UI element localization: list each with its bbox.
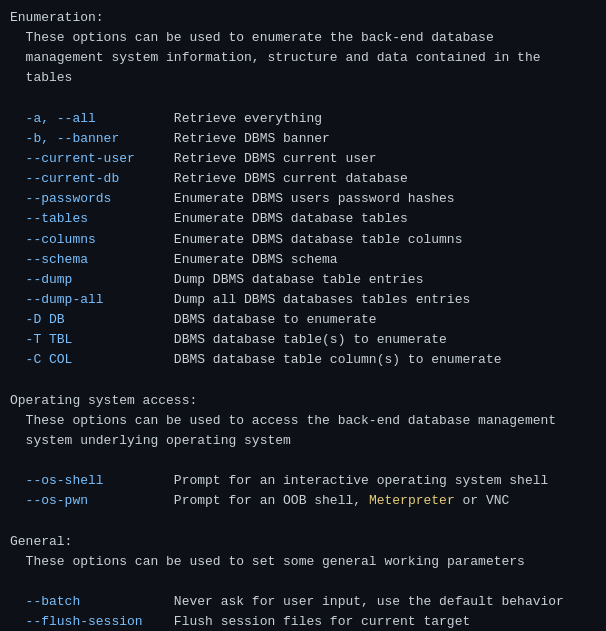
flag-tables: --tables bbox=[10, 211, 174, 226]
desc-current-db: Retrieve DBMS current database bbox=[174, 171, 408, 186]
flag-os-shell: --os-shell bbox=[10, 473, 174, 488]
desc-os-shell: Prompt for an interactive operating syst… bbox=[174, 473, 548, 488]
desc-batch: Never ask for user input, use the defaul… bbox=[174, 594, 564, 609]
spacer-5 bbox=[10, 572, 596, 592]
flag-schema-line: --schema Enumerate DBMS schema bbox=[10, 250, 596, 270]
desc-D: DBMS database to enumerate bbox=[174, 312, 377, 327]
flag-T-line: -T TBL DBMS database table(s) to enumera… bbox=[10, 330, 596, 350]
flag-current-db: --current-db bbox=[10, 171, 174, 186]
flag-os-pwn: --os-pwn bbox=[10, 493, 174, 508]
os-header: Operating system access: bbox=[10, 391, 596, 411]
flag-dump-all-line: --dump-all Dump all DBMS databases table… bbox=[10, 290, 596, 310]
enumeration-header: Enumeration: bbox=[10, 8, 596, 28]
flag-C-line: -C COL DBMS database table column(s) to … bbox=[10, 350, 596, 370]
flag-current-db-line: --current-db Retrieve DBMS current datab… bbox=[10, 169, 596, 189]
os-desc: These options can be used to access the … bbox=[10, 411, 596, 451]
flag-passwords-line: --passwords Enumerate DBMS users passwor… bbox=[10, 189, 596, 209]
flag-dump: --dump bbox=[10, 272, 174, 287]
flag-tables-line: --tables Enumerate DBMS database tables bbox=[10, 209, 596, 229]
desc-b: Retrieve DBMS banner bbox=[174, 131, 330, 146]
desc-flush-session: Flush session files for current target bbox=[174, 614, 470, 629]
desc-columns: Enumerate DBMS database table columns bbox=[174, 232, 463, 247]
flag-batch-line: --batch Never ask for user input, use th… bbox=[10, 592, 596, 612]
flag-dump-line: --dump Dump DBMS database table entries bbox=[10, 270, 596, 290]
desc-dump: Dump DBMS database table entries bbox=[174, 272, 424, 287]
enumeration-desc: These options can be used to enumerate t… bbox=[10, 28, 596, 88]
flag-batch: --batch bbox=[10, 594, 174, 609]
desc-T: DBMS database table(s) to enumerate bbox=[174, 332, 447, 347]
spacer-3 bbox=[10, 451, 596, 471]
desc-C: DBMS database table column(s) to enumera… bbox=[174, 352, 502, 367]
flag-D: -D DB bbox=[10, 312, 174, 327]
spacer-4 bbox=[10, 512, 596, 532]
flag-D-line: -D DB DBMS database to enumerate bbox=[10, 310, 596, 330]
flag-b: -b, --banner bbox=[10, 131, 174, 146]
flag-current-user: --current-user bbox=[10, 151, 174, 166]
desc-os-pwn: Prompt for an OOB shell, bbox=[174, 493, 369, 508]
spacer-2 bbox=[10, 371, 596, 391]
desc-tables: Enumerate DBMS database tables bbox=[174, 211, 408, 226]
spacer-1 bbox=[10, 89, 596, 109]
flag-T: -T TBL bbox=[10, 332, 174, 347]
flag-os-pwn-line: --os-pwn Prompt for an OOB shell, Meterp… bbox=[10, 491, 596, 511]
flag-passwords: --passwords bbox=[10, 191, 174, 206]
general-desc: These options can be used to set some ge… bbox=[10, 552, 596, 572]
flag-columns-line: --columns Enumerate DBMS database table … bbox=[10, 230, 596, 250]
flag-flush-session-line: --flush-session Flush session files for … bbox=[10, 612, 596, 631]
desc-os-pwn-2: or VNC bbox=[455, 493, 510, 508]
flag-a-line: -a, --all Retrieve everything bbox=[10, 109, 596, 129]
desc-passwords: Enumerate DBMS users password hashes bbox=[174, 191, 455, 206]
desc-dump-all: Dump all DBMS databases tables entries bbox=[174, 292, 470, 307]
flag-current-user-line: --current-user Retrieve DBMS current use… bbox=[10, 149, 596, 169]
flag-a: -a, --all bbox=[10, 111, 174, 126]
flag-dump-all: --dump-all bbox=[10, 292, 174, 307]
flag-flush-session: --flush-session bbox=[10, 614, 174, 629]
terminal-window: Enumeration: These options can be used t… bbox=[10, 8, 596, 631]
desc-current-user: Retrieve DBMS current user bbox=[174, 151, 377, 166]
flag-schema: --schema bbox=[10, 252, 174, 267]
meterpreter-text: Meterpreter bbox=[369, 493, 455, 508]
desc-schema: Enumerate DBMS schema bbox=[174, 252, 338, 267]
desc-a: Retrieve everything bbox=[174, 111, 322, 126]
general-header: General: bbox=[10, 532, 596, 552]
flag-os-shell-line: --os-shell Prompt for an interactive ope… bbox=[10, 471, 596, 491]
flag-C: -C COL bbox=[10, 352, 174, 367]
flag-b-line: -b, --banner Retrieve DBMS banner bbox=[10, 129, 596, 149]
flag-columns: --columns bbox=[10, 232, 174, 247]
